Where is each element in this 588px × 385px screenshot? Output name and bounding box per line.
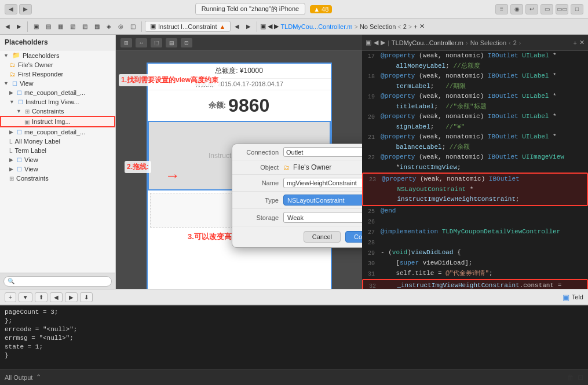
tb2-next[interactable]: ▶ bbox=[14, 22, 24, 31]
bc-nav-fwd[interactable]: ▶ bbox=[274, 23, 279, 30]
tb2-icon9[interactable]: ◫ bbox=[127, 22, 138, 31]
nav-forward[interactable]: ▶ bbox=[19, 4, 32, 14]
ln-28: 28 bbox=[362, 237, 378, 248]
bt-btn-db[interactable]: ⬇ bbox=[80, 292, 93, 302]
bt-btn-down[interactable]: ▼ bbox=[19, 292, 32, 302]
sidebar-item-placeholders[interactable]: ▼ 📁 Placeholders bbox=[0, 50, 115, 60]
name-input[interactable] bbox=[283, 178, 362, 188]
top-left-icons[interactable]: ◀ ▶ bbox=[5, 4, 32, 14]
ln-19: 19 bbox=[362, 91, 378, 102]
sidebar-item-constraints[interactable]: ▼ ⊞ Constraints bbox=[0, 107, 115, 116]
sidebar-item-me-coupon[interactable]: ▶ ☐ me_coupon_detail_... bbox=[0, 88, 115, 97]
ctb-btn1[interactable]: ⊞ bbox=[120, 38, 132, 47]
code-line-31: 31 self.title = @"代金券详情"; bbox=[362, 269, 588, 279]
type-select[interactable]: NSLayoutConstraint ▾ bbox=[283, 195, 362, 206]
v2-icon: ☐ bbox=[17, 157, 22, 163]
storage-value: Weak bbox=[287, 214, 304, 221]
ln-18: 18 bbox=[362, 71, 378, 82]
cancel-button[interactable]: Cancel bbox=[304, 231, 341, 243]
first-responder-label: First Responder bbox=[18, 71, 63, 78]
file-breadcrumb-left[interactable]: ▣ Instruct I...Constraint ▲ bbox=[145, 21, 231, 32]
connection-select[interactable]: Outlet ▾ bbox=[283, 147, 362, 157]
bt-btn-left[interactable]: ◀ bbox=[50, 292, 63, 302]
bc-nav-back[interactable]: ◀ bbox=[268, 23, 272, 30]
console-footer-label: All Output bbox=[5, 374, 32, 381]
sidebar-item-term-label[interactable]: L Term Label bbox=[0, 146, 115, 155]
v3-disc: ▶ bbox=[9, 166, 13, 172]
lc-23: @property (weak, nonatomic) IBOutlet bbox=[379, 174, 520, 185]
lc-27: @implementation TLDMyCouponDetailViewCon… bbox=[378, 227, 588, 237]
lc-23c: instructImgViewHeightConstraint; bbox=[379, 195, 520, 204]
bc-selection[interactable]: No Selection bbox=[360, 23, 396, 30]
tb2-icon3[interactable]: ▦ bbox=[55, 22, 66, 31]
sidebar-item-view2[interactable]: ▶ ☐ View bbox=[0, 155, 115, 164]
lc-18b: termLabel; //期限 bbox=[378, 82, 588, 91]
bc-file[interactable]: TLDMyCou...Controller.m bbox=[280, 23, 352, 30]
sidebar-item-first-responder[interactable]: 🗂 First Responder bbox=[0, 69, 115, 79]
left-panel: Placeholders ▼ 📁 Placeholders 🗂 File's O… bbox=[0, 35, 116, 289]
view-toggle-circle[interactable]: ◉ bbox=[510, 4, 523, 14]
instruct-img-view-icon: ☐ bbox=[18, 99, 23, 105]
tb2-icon4[interactable]: ▧ bbox=[67, 22, 78, 31]
sidebar-item-files-owner[interactable]: 🗂 File's Owner bbox=[0, 60, 115, 69]
sidebar-item-constraints2[interactable]: ⊞ Constraints bbox=[0, 174, 115, 183]
sidebar-item-instruct-img[interactable]: ▣ Instruct Img... bbox=[0, 116, 115, 127]
tb2-icon2[interactable]: ▤ bbox=[43, 22, 54, 31]
sidebar-item-view[interactable]: ▼ ☐ View bbox=[0, 79, 115, 88]
console-area: pageCount = 3; }; errcode = "<null>"; er… bbox=[0, 305, 588, 369]
search-bar[interactable]: 🔍 bbox=[3, 276, 112, 287]
sidebar-item-instruct-img-view[interactable]: ▼ ☐ Instruct Img View... bbox=[0, 97, 115, 107]
sep3 bbox=[257, 21, 257, 32]
tb2-nav-back[interactable]: ◀ bbox=[232, 22, 242, 31]
bt-btn-plus[interactable]: + bbox=[5, 292, 16, 302]
ctb-btn5[interactable]: ⊡ bbox=[181, 38, 192, 47]
view-toggle-list[interactable]: ≡ bbox=[495, 4, 508, 14]
view-split[interactable]: ▭▭ bbox=[556, 4, 568, 14]
device-label: Running Teld on "zhang"的 iPhone bbox=[195, 3, 305, 15]
top-bar-icons[interactable]: ≡ ◉ ↩ ▭ ▭▭ □ bbox=[495, 4, 583, 14]
sidebar-item-all-money[interactable]: L All Money Label bbox=[0, 137, 115, 146]
tb2-icon6[interactable]: ▩ bbox=[92, 22, 103, 31]
rct-file[interactable]: TLDMyCou...Controller.m bbox=[392, 39, 463, 46]
tb2-icon1[interactable]: ▣ bbox=[31, 22, 42, 31]
rct-back[interactable]: ◀ bbox=[374, 39, 378, 46]
sep2 bbox=[141, 21, 142, 32]
bt-btn-right[interactable]: ▶ bbox=[65, 292, 78, 302]
tb2-icon8[interactable]: ◎ bbox=[115, 22, 126, 31]
ctb-btn2[interactable]: ↔ bbox=[136, 38, 147, 47]
constraints-label: Constraints bbox=[32, 108, 64, 115]
bc-close[interactable]: ✕ bbox=[419, 23, 425, 30]
rct-fwd[interactable]: ▶ bbox=[381, 39, 385, 46]
view-single[interactable]: ▭ bbox=[540, 4, 553, 14]
console-icon1[interactable]: 🗑 bbox=[567, 373, 574, 382]
rct-close[interactable]: ✕ bbox=[579, 39, 585, 46]
ctb-btn4[interactable]: ▤ bbox=[166, 38, 177, 47]
tb2-icon7[interactable]: ◈ bbox=[104, 22, 114, 31]
tb2-icon5[interactable]: ▨ bbox=[79, 22, 90, 31]
nav-back[interactable]: ◀ bbox=[5, 4, 17, 14]
me-coupon-label: me_coupon_detail_... bbox=[24, 89, 85, 96]
rct-plus[interactable]: + bbox=[574, 39, 577, 46]
tb2-prev[interactable]: ◀ bbox=[2, 22, 13, 31]
dialog-name-row: Name bbox=[232, 175, 362, 192]
bt-btn-up[interactable]: ⬆ bbox=[35, 292, 48, 302]
sidebar-item-me-coupon2[interactable]: ▶ ☐ me_coupon_detail_... bbox=[0, 127, 115, 137]
connect-button[interactable]: Connect bbox=[345, 231, 362, 243]
bc-plus[interactable]: + bbox=[414, 23, 417, 30]
sidebar-item-view3[interactable]: ▶ ☐ View bbox=[0, 164, 115, 174]
rct-sep2: › bbox=[466, 39, 468, 46]
view-extra[interactable]: □ bbox=[571, 4, 583, 14]
ctb-btn3[interactable]: ⬚ bbox=[151, 38, 162, 47]
rct-selection[interactable]: No Selection bbox=[470, 39, 506, 46]
bc-number[interactable]: 2 bbox=[403, 23, 407, 30]
ln-17b bbox=[362, 61, 378, 62]
teld-icon: ▣ bbox=[563, 293, 569, 302]
files-owner-label: File's Owner bbox=[18, 61, 53, 68]
coupon-total-text: 总额度: ¥10000 bbox=[215, 67, 263, 75]
tb2-nav-fwd[interactable]: ▶ bbox=[243, 22, 254, 31]
me-coupon-icon: ☐ bbox=[17, 90, 22, 96]
storage-select[interactable]: Weak ▾ bbox=[283, 212, 362, 223]
ln-21b bbox=[362, 142, 378, 143]
console-icon2[interactable]: ⊡ bbox=[578, 373, 583, 382]
nav-return[interactable]: ↩ bbox=[525, 4, 538, 14]
